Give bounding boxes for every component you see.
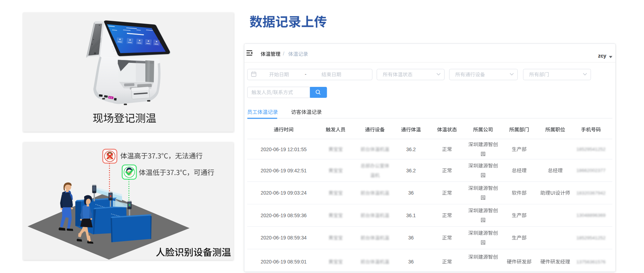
svg-text:2020-06-19 12:01:55: 2020-06-19 12:01:55	[261, 147, 307, 152]
svg-text:2020-06-19 08:59:01: 2020-06-19 08:59:01	[261, 259, 307, 265]
svg-text:36.1: 36.1	[406, 213, 416, 218]
svg-text:36: 36	[408, 235, 414, 241]
svg-text:-: -	[305, 71, 307, 77]
svg-text:13048896369: 13048896369	[576, 213, 606, 218]
svg-text:36.2: 36.2	[406, 168, 416, 173]
svg-text:2020-06-19 09:03:24: 2020-06-19 09:03:24	[261, 190, 307, 196]
svg-text:36.2: 36.2	[406, 147, 416, 152]
svg-text:2020-06-19 08:59:34: 2020-06-19 08:59:34	[261, 235, 307, 241]
svg-text:18320367942: 18320367942	[576, 190, 606, 196]
svg-text:18529541252: 18529541252	[576, 147, 606, 152]
svg-text:18662002377: 18662002377	[576, 168, 606, 173]
svg-text:2020-06-19 08:59:36: 2020-06-19 08:59:36	[261, 213, 307, 218]
svg-text:/: /	[283, 51, 284, 57]
svg-text:18529541252: 18529541252	[576, 235, 606, 241]
svg-text:13756361576: 13756361576	[576, 259, 606, 265]
svg-text:2020-06-19 09:42:51: 2020-06-19 09:42:51	[261, 168, 307, 173]
svg-text:36: 36	[408, 259, 414, 265]
svg-text:zcy: zcy	[598, 53, 606, 59]
svg-text:36: 36	[408, 190, 414, 196]
